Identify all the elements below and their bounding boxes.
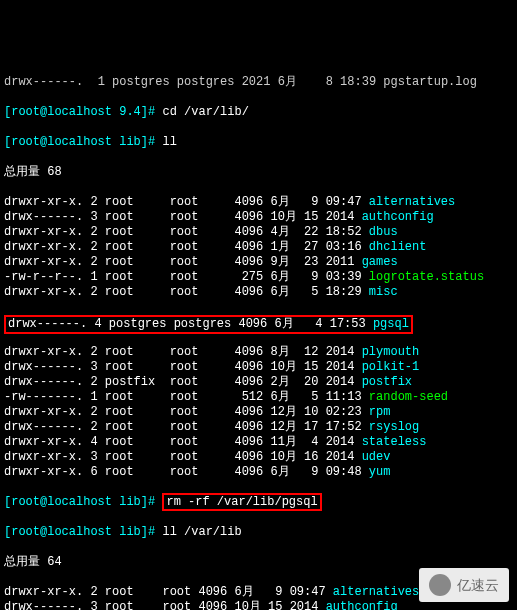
- total-line: 总用量 68: [4, 165, 513, 180]
- highlighted-rm-cmd: rm -rf /var/lib/pgsql: [162, 493, 321, 511]
- file-row: drwx------. 2 postfix root 4096 2月 20 20…: [4, 375, 513, 390]
- file-row: drwxr-xr-x. 2 root root 4096 12月 10 02:2…: [4, 405, 513, 420]
- file-name: dhclient: [369, 240, 427, 254]
- cmd-ll: ll: [162, 135, 176, 149]
- watermark: 亿速云: [419, 568, 509, 602]
- file-name: authconfig: [326, 600, 398, 610]
- file-row: drwxr-xr-x. 2 root root 4096 8月 12 2014 …: [4, 345, 513, 360]
- watermark-icon: [429, 574, 451, 596]
- file-row: drwxr-xr-x. 4 root root 4096 11月 4 2014 …: [4, 435, 513, 450]
- file-name: dbus: [369, 225, 398, 239]
- file-name: games: [362, 255, 398, 269]
- prompt: [root@localhost lib]#: [4, 525, 155, 539]
- file-name: random-seed: [369, 390, 448, 404]
- file-row: drwxr-xr-x. 2 root root 4096 1月 27 03:16…: [4, 240, 513, 255]
- file-name: postfix: [362, 375, 412, 389]
- file-row: drwxr-xr-x. 3 root root 4096 10月 16 2014…: [4, 450, 513, 465]
- file-name: alternatives: [333, 585, 419, 599]
- prompt: [root@localhost lib]#: [4, 495, 155, 509]
- file-name: rsyslog: [369, 420, 419, 434]
- file-row: -rw-r--r--. 1 root root 275 6月 9 03:39 l…: [4, 270, 513, 285]
- prompt: [root@localhost 9.4]#: [4, 105, 155, 119]
- file-name: misc: [369, 285, 398, 299]
- file-row: drwx------. 3 root root 4096 10月 15 2014…: [4, 360, 513, 375]
- file-name: plymouth: [362, 345, 420, 359]
- partial-line: drwx------. 1 postgres postgres 2021 6月 …: [4, 75, 477, 89]
- prompt: [root@localhost lib]#: [4, 135, 155, 149]
- file-name: authconfig: [362, 210, 434, 224]
- file-name: logrotate.status: [369, 270, 484, 284]
- terminal[interactable]: drwx------. 1 postgres postgres 2021 6月 …: [0, 60, 517, 610]
- file-row: drwxr-xr-x. 6 root root 4096 6月 9 09:48 …: [4, 465, 513, 480]
- file-name: yum: [369, 465, 391, 479]
- file-row: drwx------. 3 root root 4096 10月 15 2014…: [4, 210, 513, 225]
- file-name: alternatives: [369, 195, 455, 209]
- cmd-ll2: ll /var/lib: [162, 525, 241, 539]
- file-row: drwxr-xr-x. 2 root root 4096 6月 5 18:29 …: [4, 285, 513, 300]
- file-name: polkit-1: [362, 360, 420, 374]
- file-name: rpm: [369, 405, 391, 419]
- file-name: stateless: [362, 435, 427, 449]
- file-name: udev: [362, 450, 391, 464]
- highlighted-pgsql-row: drwx------. 4 postgres postgres 4096 6月 …: [4, 315, 413, 334]
- file-row: drwxr-xr-x. 2 root root 4096 4月 22 18:52…: [4, 225, 513, 240]
- file-row: -rw-------. 1 root root 512 6月 5 11:13 r…: [4, 390, 513, 405]
- file-row: drwxr-xr-x. 2 root root 4096 6月 9 09:47 …: [4, 195, 513, 210]
- file-row: drwxr-xr-x. 2 root root 4096 9月 23 2011 …: [4, 255, 513, 270]
- watermark-text: 亿速云: [457, 578, 499, 593]
- file-row: drwx------. 2 root root 4096 12月 17 17:5…: [4, 420, 513, 435]
